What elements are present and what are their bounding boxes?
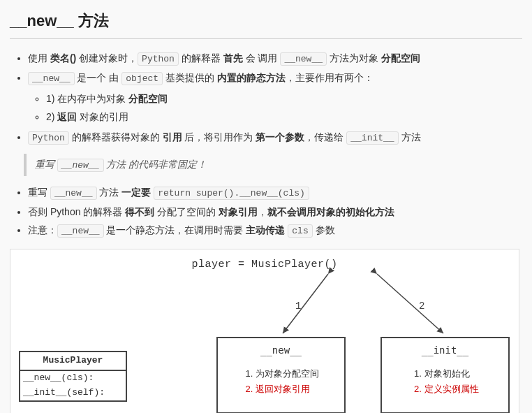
code: __new__ xyxy=(50,187,97,200)
box-title: __init__ xyxy=(382,342,508,358)
bold: 类名() xyxy=(50,52,76,64)
uml-box: MusicPlayer __new__(cls): __init__(self)… xyxy=(19,351,127,401)
list-item: 1) 在内存中为对象 分配空间 xyxy=(46,91,522,106)
text: 2) xyxy=(46,111,57,122)
code: Python xyxy=(138,52,179,66)
code: cls xyxy=(288,224,312,238)
text: 重写 xyxy=(28,187,50,198)
bold: 引用 xyxy=(163,131,182,143)
text: 创建对象时， xyxy=(76,52,138,64)
text: 重写 xyxy=(35,159,57,170)
bold: 第一个参数 xyxy=(256,131,304,143)
text: 注意： xyxy=(28,224,57,236)
text: ，传递给 xyxy=(304,131,346,143)
code: __new__ xyxy=(28,72,75,85)
text: 参数 xyxy=(313,224,335,236)
code: return super().__new__(cls) xyxy=(154,187,309,200)
bold: 分配空间 xyxy=(381,52,420,64)
sub-list: 1) 在内存中为对象 分配空间 2) 返回 对象的引用 xyxy=(28,91,522,125)
init-box: __init__ 对象初始化 定义实例属性 xyxy=(380,337,510,413)
text: ，主要作用有两个： xyxy=(286,72,374,83)
text: 方法 的代码非常固定！ xyxy=(104,159,207,170)
list-item: 否则 Python 的解释器 得不到 分配了空间的 对象引用，就不会调用对象的初… xyxy=(28,204,522,219)
box-item: 为对象分配空间 xyxy=(256,367,319,382)
code: __new__ xyxy=(280,52,327,66)
page-title: __new__ 方法 xyxy=(10,8,522,39)
text: 方法 xyxy=(399,131,421,143)
list-item: 重写 __new__ 方法 一定要 return super().__new__… xyxy=(28,184,522,201)
code: __new__ xyxy=(57,224,104,238)
text: 基类提供的 xyxy=(163,72,217,83)
text: 方法 xyxy=(97,187,122,198)
svg-line-1 xyxy=(377,274,443,333)
code: __init__ xyxy=(346,131,398,145)
text: 会 调用 xyxy=(243,52,281,64)
text: 的解释器 xyxy=(179,52,223,64)
bold: 首先 xyxy=(223,52,243,64)
bold: 返回 xyxy=(57,111,77,122)
callout-quote: 重写 __new__ 方法 的代码非常固定！ xyxy=(24,154,522,176)
svg-line-0 xyxy=(283,274,328,333)
box-item: 对象初始化 xyxy=(424,367,479,382)
edge-label-1: 1 xyxy=(295,300,301,312)
list-item: Python 的解释器获得对象的 引用 后，将引用作为 第一个参数，传递给 __… xyxy=(28,129,522,146)
text: 分配了空间的 xyxy=(154,206,219,217)
uml-method: __new__(cls): xyxy=(20,371,126,386)
code: Python xyxy=(28,131,69,145)
text: 后，将引用作为 xyxy=(182,131,256,143)
bold: 一定要 xyxy=(121,187,154,198)
bold: 得不到 xyxy=(125,206,154,217)
text: 对象的引用 xyxy=(77,111,128,122)
text: 否则 Python 的解释器 xyxy=(28,206,125,217)
text: 使用 xyxy=(28,52,50,64)
text: ， xyxy=(258,206,267,217)
bold: 主动传递 xyxy=(246,224,288,236)
box-item: 定义实例属性 xyxy=(424,382,479,397)
text: 是一个静态方法，在调用时需要 xyxy=(104,224,246,236)
text: 方法为对象 xyxy=(327,52,381,64)
new-box: __new__ 为对象分配空间 返回对象引用 xyxy=(216,337,346,413)
list-item: 使用 类名() 创建对象时，Python 的解释器 首先 会 调用 __new_… xyxy=(28,50,522,67)
bullet-list-main: 使用 类名() 创建对象时，Python 的解释器 首先 会 调用 __new_… xyxy=(10,50,522,145)
list-item: 2) 返回 对象的引用 xyxy=(46,109,522,124)
uml-class-name: MusicPlayer xyxy=(20,352,126,371)
uml-method: __init__(self): xyxy=(20,386,126,400)
box-title: __new__ xyxy=(218,342,344,358)
bold: 内置的静态方法 xyxy=(217,72,286,83)
bold: 分配空间 xyxy=(128,93,168,104)
bold: 对象引用 xyxy=(219,206,258,217)
diagram: player = MusicPlayer() 1 2 MusicPlayer _… xyxy=(10,249,519,413)
box-item: 返回对象引用 xyxy=(256,382,319,397)
code: __new__ xyxy=(57,159,104,172)
list-item: 注意：__new__ 是一个静态方法，在调用时需要 主动传递 cls 参数 xyxy=(28,222,522,239)
bullet-list-secondary: 重写 __new__ 方法 一定要 return super().__new__… xyxy=(10,184,522,239)
text: 的解释器获得对象的 xyxy=(69,131,163,143)
code: object xyxy=(121,72,163,85)
bold: 就不会调用对象的初始化方法 xyxy=(267,206,394,217)
text: 是一个 由 xyxy=(75,72,122,83)
text: 1) 在内存中为对象 xyxy=(46,93,128,104)
edge-label-2: 2 xyxy=(419,300,424,312)
uml-body: __new__(cls): __init__(self): xyxy=(20,371,126,400)
list-item: __new__ 是一个 由 object 基类提供的 内置的静态方法，主要作用有… xyxy=(28,70,522,125)
